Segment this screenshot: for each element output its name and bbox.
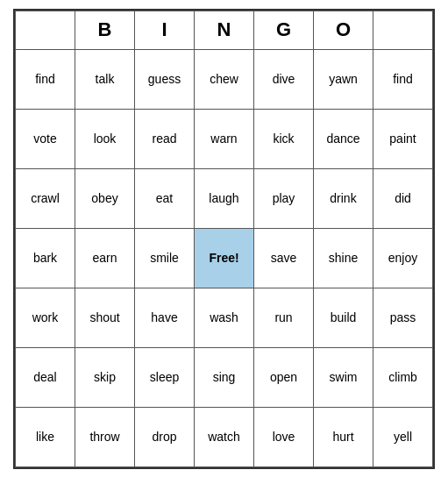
cell-5-0: deal [16, 347, 75, 407]
cell-1-6: paint [373, 109, 433, 168]
cell-0-0: find [16, 49, 75, 109]
cell-5-1: skip [75, 347, 135, 407]
header-b: B [75, 11, 135, 49]
cell-2-1: obey [75, 168, 135, 228]
cell-2-0: crawl [16, 168, 75, 228]
bingo-card: BINGOfindtalkguesschewdiveyawnfindvotelo… [13, 9, 435, 469]
cell-3-3: Free! [195, 228, 254, 288]
cell-4-2: have [135, 288, 195, 347]
cell-4-5: build [314, 288, 373, 347]
cell-4-6: pass [373, 288, 433, 347]
cell-1-0: vote [16, 109, 75, 168]
cell-0-2: guess [135, 49, 195, 109]
cell-0-3: chew [195, 49, 254, 109]
cell-0-5: yawn [314, 49, 373, 109]
cell-6-6: yell [373, 407, 433, 466]
cell-6-1: throw [75, 407, 135, 466]
cell-1-5: dance [314, 109, 373, 168]
cell-3-4: save [254, 228, 314, 288]
cell-2-4: play [254, 168, 314, 228]
cell-0-1: talk [75, 49, 135, 109]
cell-5-5: swim [314, 347, 373, 407]
cell-2-2: eat [135, 168, 195, 228]
cell-2-5: drink [314, 168, 373, 228]
cell-0-4: dive [254, 49, 314, 109]
cell-2-3: laugh [195, 168, 254, 228]
cell-3-2: smile [135, 228, 195, 288]
header-n: N [195, 11, 254, 49]
header-o: O [314, 11, 373, 49]
cell-1-2: read [135, 109, 195, 168]
cell-6-0: like [16, 407, 75, 466]
cell-6-5: hurt [314, 407, 373, 466]
cell-1-3: warn [195, 109, 254, 168]
cell-5-3: sing [195, 347, 254, 407]
cell-6-4: love [254, 407, 314, 466]
cell-1-1: look [75, 109, 135, 168]
cell-3-5: shine [314, 228, 373, 288]
cell-0-6: find [373, 49, 433, 109]
cell-5-4: open [254, 347, 314, 407]
cell-4-0: work [16, 288, 75, 347]
header-i: I [135, 11, 195, 49]
cell-4-4: run [254, 288, 314, 347]
cell-3-0: bark [16, 228, 75, 288]
cell-4-1: shout [75, 288, 135, 347]
cell-5-2: sleep [135, 347, 195, 407]
cell-3-6: enjoy [373, 228, 433, 288]
cell-3-1: earn [75, 228, 135, 288]
cell-6-3: watch [195, 407, 254, 466]
header-g: G [254, 11, 314, 49]
cell-6-2: drop [135, 407, 195, 466]
cell-5-6: climb [373, 347, 433, 407]
header-empty-0 [16, 11, 75, 49]
cell-1-4: kick [254, 109, 314, 168]
header-empty-6 [373, 11, 433, 49]
cell-2-6: did [373, 168, 433, 228]
cell-4-3: wash [195, 288, 254, 347]
